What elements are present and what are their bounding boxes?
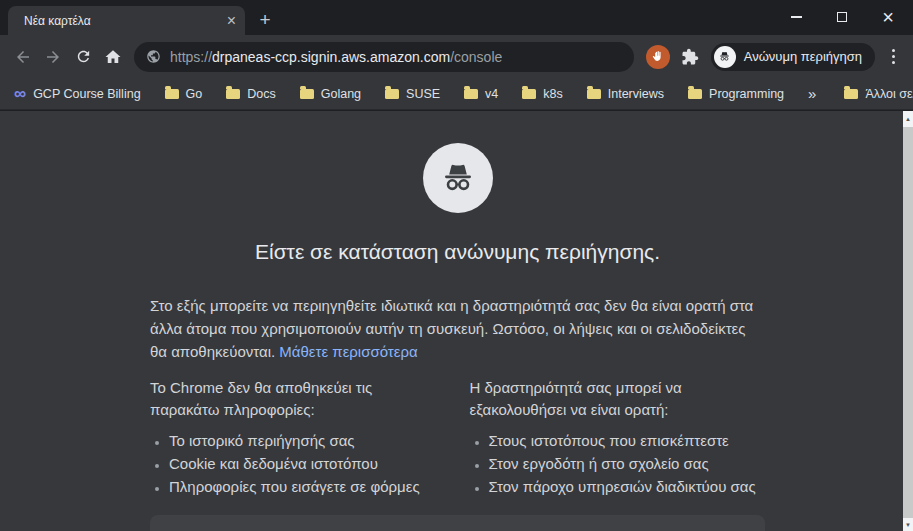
hand-icon — [651, 50, 664, 63]
site-info-icon[interactable] — [146, 49, 161, 64]
incognito-badge-label: Ανώνυμη περιήγηση — [744, 49, 862, 64]
tab-strip: Νέα καρτέλα × + × — [0, 0, 913, 35]
home-button[interactable] — [98, 42, 128, 72]
list-item: Στους ιστοτόπους που επισκέπτεστε — [489, 429, 766, 452]
extension-hand-button[interactable] — [646, 45, 670, 69]
minimize-button[interactable] — [773, 0, 819, 33]
home-icon — [104, 48, 122, 66]
bookmark-folder[interactable]: Programming — [688, 87, 784, 101]
wont-save-title: Το Chrome δεν θα αποθηκεύει τις παρακάτω… — [150, 377, 446, 421]
extensions-button[interactable] — [677, 44, 703, 70]
back-button[interactable] — [8, 42, 38, 72]
bookmark-folder[interactable]: SUSE — [385, 87, 440, 101]
browser-window: Νέα καρτέλα × + × https://drpaneas-ccp.s… — [0, 0, 913, 531]
third-party-cookies-card[interactable]: Αποκλεισμός cookie τρίτων — [150, 515, 765, 531]
folder-icon — [226, 89, 240, 99]
window-controls: × — [773, 0, 911, 33]
reload-icon — [75, 48, 92, 65]
bookmarks-overflow-chevron[interactable]: » — [808, 85, 816, 102]
url-path: /console — [450, 49, 502, 65]
incognito-avatar — [714, 46, 736, 68]
browser-toolbar: https://drpaneas-ccp.signin.aws.amazon.c… — [0, 35, 913, 78]
puzzle-icon — [681, 48, 699, 66]
address-bar[interactable]: https://drpaneas-ccp.signin.aws.amazon.c… — [134, 42, 634, 72]
back-arrow-icon — [14, 48, 32, 66]
incognito-page: Είστε σε κατάσταση ανώνυμης περιήγησης. … — [0, 111, 913, 531]
visible-to-title: Η δραστηριότητά σας μπορεί να εξακολουθή… — [470, 377, 766, 421]
forward-arrow-icon — [44, 48, 62, 66]
page-title: Είστε σε κατάσταση ανώνυμης περιήγησης. — [150, 240, 765, 264]
intro-text: Στο εξής μπορείτε να περιηγηθείτε ιδιωτι… — [150, 294, 765, 363]
folder-icon — [464, 89, 478, 99]
close-icon: × — [882, 7, 894, 27]
new-tab-button[interactable]: + — [252, 7, 278, 33]
bookmark-folder[interactable]: Go — [165, 87, 203, 101]
folder-icon — [844, 89, 858, 99]
list-item: Πληροφορίες που εισάγετε σε φόρμες — [169, 475, 446, 498]
tab-close-icon[interactable]: × — [227, 13, 236, 29]
infinity-favicon-icon: ∞ — [14, 85, 26, 102]
folder-icon — [522, 89, 536, 99]
active-tab[interactable]: Νέα καρτέλα × — [8, 6, 245, 35]
maximize-icon — [837, 12, 847, 22]
folder-icon — [688, 89, 702, 99]
wont-save-section: Το Chrome δεν θα αποθηκεύει τις παρακάτω… — [150, 377, 446, 498]
close-button[interactable]: × — [865, 0, 911, 33]
list-item: Το ιστορικό περιήγησής σας — [169, 429, 446, 452]
minimize-icon — [791, 16, 802, 18]
folder-icon — [165, 89, 179, 99]
bookmarks-bar: ∞ GCP Course Billing Go Docs Golang SUSE… — [0, 78, 913, 110]
incognito-logo-icon — [423, 143, 493, 213]
url-scheme: https:// — [170, 49, 212, 65]
bookmark-folder[interactable]: Golang — [300, 87, 361, 101]
list-item: Cookie και δεδομένα ιστοτόπου — [169, 452, 446, 475]
tab-title: Νέα καρτέλα — [24, 14, 227, 28]
url-text: https://drpaneas-ccp.signin.aws.amazon.c… — [170, 49, 502, 65]
incognito-icon — [717, 49, 732, 64]
browser-menu-button[interactable] — [881, 45, 905, 69]
page-scrollbar[interactable]: ▲ ▼ — [903, 111, 913, 531]
bookmark-gcp-course-billing[interactable]: ∞ GCP Course Billing — [14, 85, 141, 102]
folder-icon — [587, 89, 601, 99]
folder-icon — [300, 89, 314, 99]
maximize-button[interactable] — [819, 0, 865, 33]
bookmark-folder[interactable]: v4 — [464, 87, 498, 101]
visible-to-section: Η δραστηριότητά σας μπορεί να εξακολουθή… — [470, 377, 766, 498]
folder-icon — [385, 89, 399, 99]
learn-more-link[interactable]: Μάθετε περισσότερα — [279, 343, 417, 360]
bookmark-folder[interactable]: k8s — [522, 87, 562, 101]
reload-button[interactable] — [68, 42, 98, 72]
incognito-badge[interactable]: Ανώνυμη περιήγηση — [711, 43, 875, 71]
scrollbar-up-icon[interactable]: ▲ — [903, 111, 913, 127]
scrollbar-down-icon[interactable]: ▼ — [903, 518, 913, 531]
url-domain: drpaneas-ccp.signin.aws.amazon.com — [212, 49, 450, 65]
bookmark-folder[interactable]: Docs — [226, 87, 275, 101]
bookmark-folder[interactable]: Interviews — [587, 87, 664, 101]
list-item: Στον πάροχο υπηρεσιών διαδικτύου σας — [489, 475, 766, 498]
forward-button[interactable] — [38, 42, 68, 72]
other-bookmarks-folder[interactable]: Άλλοι σελιδοδείκτες — [844, 87, 913, 101]
list-item: Στον εργοδότη ή στο σχολείο σας — [489, 452, 766, 475]
